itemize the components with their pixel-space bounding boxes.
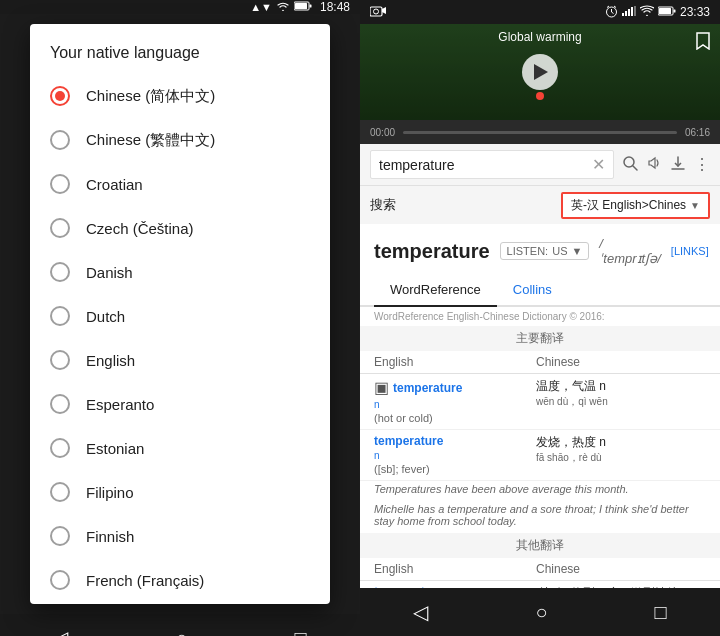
- language-item[interactable]: Croatian: [30, 162, 330, 206]
- download-icon[interactable]: [670, 155, 686, 175]
- svg-line-20: [633, 166, 637, 170]
- language-name: English: [86, 352, 135, 369]
- lang-selector-text: 英-汉 English>Chines: [571, 197, 686, 214]
- play-button[interactable]: [522, 54, 558, 90]
- play-icon: [534, 64, 548, 80]
- language-item[interactable]: Filipino: [30, 470, 330, 514]
- clear-search-button[interactable]: ✕: [592, 155, 605, 174]
- video-thumbnail: Global warming: [360, 24, 720, 120]
- other-translation-header: 其他翻译: [360, 533, 720, 558]
- svg-rect-1: [295, 3, 307, 9]
- language-name: Chinese (简体中文): [86, 87, 215, 106]
- listen-label: LISTEN:: [507, 245, 549, 257]
- radio-button[interactable]: [50, 174, 70, 194]
- en-cell-2: temperature n ([sb]; fever): [360, 430, 522, 481]
- svg-rect-15: [634, 6, 636, 16]
- table-row: temperature n figurative (mood, conditio…: [360, 581, 720, 589]
- back-button-right[interactable]: ◁: [401, 588, 440, 636]
- radio-button[interactable]: [50, 482, 70, 502]
- radio-button[interactable]: [50, 570, 70, 590]
- language-item[interactable]: Estonian: [30, 426, 330, 470]
- language-item[interactable]: English: [30, 338, 330, 382]
- main-translation-header: 主要翻译: [360, 326, 720, 351]
- search-value: temperature: [379, 157, 592, 173]
- lang-bar: 搜索 英-汉 English>Chines ▼: [360, 186, 720, 224]
- source-note: WordReference English-Chinese Dictionary…: [360, 307, 720, 326]
- example-1: Temperatures have been above average thi…: [360, 481, 720, 501]
- radio-button[interactable]: [50, 438, 70, 458]
- language-name: Dutch: [86, 308, 125, 325]
- camera-icon: [370, 5, 386, 20]
- table-row: temperature n ([sb]; fever) 发烧，热度 n fā s…: [360, 430, 720, 481]
- col-english-2: English: [360, 558, 522, 581]
- language-item[interactable]: Esperanto: [30, 382, 330, 426]
- zh-word-1: 温度，气温 n: [536, 378, 706, 395]
- more-options-icon[interactable]: ⋮: [694, 155, 710, 174]
- home-button-right[interactable]: ○: [523, 589, 559, 636]
- zh-pinyin-2: fā shāo，rè dù: [536, 451, 706, 465]
- signal-icon-right: [622, 6, 636, 18]
- recent-button-right[interactable]: □: [642, 589, 678, 636]
- svg-line-8: [611, 12, 613, 14]
- language-list[interactable]: Chinese (简体中文)Chinese (繁體中文)CroatianCzec…: [30, 74, 330, 604]
- svg-rect-18: [673, 10, 675, 13]
- home-button-left[interactable]: ○: [163, 615, 199, 637]
- recent-button-left[interactable]: □: [282, 615, 318, 637]
- language-selector[interactable]: 英-汉 English>Chines ▼: [561, 192, 710, 219]
- left-panel: ▲▼ 18:48 Your native language: [0, 0, 360, 636]
- volume-icon[interactable]: [646, 155, 662, 175]
- zh-cell-3: (比喻) 热烈程度，激烈情绪 n rè liè chéng dù，jī liè …: [522, 581, 720, 589]
- language-item[interactable]: Dutch: [30, 294, 330, 338]
- radio-button[interactable]: [50, 86, 70, 106]
- radio-button[interactable]: [50, 394, 70, 414]
- signal-icon: ▲▼: [250, 1, 272, 13]
- language-item[interactable]: Chinese (简体中文): [30, 74, 330, 118]
- svg-rect-13: [628, 9, 630, 16]
- status-bar-right: 23:33: [360, 0, 720, 24]
- radio-button[interactable]: [50, 262, 70, 282]
- alarm-icon: [605, 5, 618, 20]
- entry-icon: ▣: [374, 378, 389, 397]
- dropdown-arrow-icon: ▼: [690, 200, 700, 211]
- radio-button[interactable]: [50, 526, 70, 546]
- main-word: temperature: [374, 240, 490, 263]
- tab-collins[interactable]: Collins: [497, 274, 568, 307]
- en-cell-3: temperature n figurative (mood, conditio…: [360, 581, 522, 589]
- status-icons-left: ▲▼ 18:48: [250, 0, 350, 14]
- col-chinese-2: Chinese: [522, 558, 720, 581]
- language-item[interactable]: Chinese (繁體中文): [30, 118, 330, 162]
- listen-button[interactable]: LISTEN: US ▼: [500, 242, 590, 260]
- language-item[interactable]: Galician: [30, 602, 330, 604]
- radio-button[interactable]: [50, 218, 70, 238]
- language-name: Danish: [86, 264, 133, 281]
- wifi-icon: [276, 0, 290, 14]
- dropdown-icon: ▼: [571, 245, 582, 257]
- video-time-current: 00:00: [370, 127, 395, 138]
- radio-button[interactable]: [50, 306, 70, 326]
- en-cell-1: ▣ temperature n (hot or cold): [360, 374, 522, 430]
- en-def-2: ([sb]; fever): [374, 463, 430, 475]
- dialog-title: Your native language: [30, 24, 330, 74]
- language-item[interactable]: French (Français): [30, 558, 330, 602]
- tab-wordreference[interactable]: WordReference: [374, 274, 497, 307]
- search-icon[interactable]: [622, 155, 638, 175]
- svg-rect-17: [659, 8, 671, 14]
- bookmark-icon[interactable]: [696, 32, 710, 55]
- svg-marker-5: [382, 7, 386, 14]
- search-label: 搜索: [370, 196, 396, 214]
- table-row: ▣ temperature n (hot or cold) 温度，气温 n wē…: [360, 374, 720, 430]
- radio-button[interactable]: [50, 350, 70, 370]
- language-item[interactable]: Finnish: [30, 514, 330, 558]
- language-item[interactable]: Czech (Čeština): [30, 206, 330, 250]
- dialog-overlay: Your native language Chinese (简体中文)Chine…: [0, 14, 360, 614]
- right-panel: 23:33 Global warming 00:00 06:16: [360, 0, 720, 636]
- back-button-left[interactable]: ◁: [41, 614, 80, 636]
- progress-bar[interactable]: [403, 131, 677, 134]
- language-name: French (Français): [86, 572, 204, 589]
- language-item[interactable]: Danish: [30, 250, 330, 294]
- video-progress-bar: 00:00 06:16: [360, 120, 720, 144]
- radio-button[interactable]: [50, 130, 70, 150]
- example-2: Michelle has a temperature and a sore th…: [360, 501, 720, 533]
- wifi-icon-right: [640, 5, 654, 19]
- links-button[interactable]: [LINKS]: [671, 245, 709, 257]
